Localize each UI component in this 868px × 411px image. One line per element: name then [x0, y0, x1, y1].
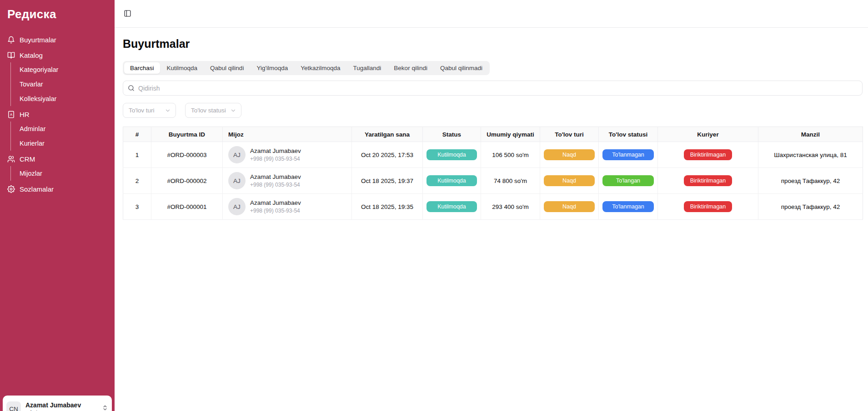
filters: To'lov turiTo'lov statusi — [123, 103, 863, 118]
users-icon — [7, 155, 15, 163]
cell-created: Oct 18 2025, 19:37 — [352, 168, 423, 194]
column-header-kuriyer: Kuriyer — [658, 127, 758, 142]
payment-status-badge: To'lanmagan — [602, 201, 654, 212]
sidebar-item-tovarlar[interactable]: Tovarlar — [20, 77, 109, 91]
cell-courier: Biriktirilmagan — [658, 168, 758, 194]
search-input[interactable] — [138, 85, 858, 92]
cell-payment-type: Naqd — [540, 168, 599, 194]
sidebar-sublist-crm: Mijozlar — [10, 166, 109, 181]
sidebar-item-buyurtmalar[interactable]: Buyurtmalar — [5, 32, 109, 47]
sidebar-nav: BuyurtmalarKatalogKategoriyalarTovarlarK… — [0, 32, 115, 196]
sidebar-item-crm[interactable]: CRM — [5, 152, 109, 166]
sidebar-item-kategoriyalar[interactable]: Kategoriyalar — [20, 62, 109, 77]
cell-index: 3 — [123, 194, 151, 220]
cell-payment-type: Naqd — [540, 142, 599, 168]
sidebar-item-hr[interactable]: AHR — [5, 107, 109, 122]
cell-order-id: #ORD-000003 — [151, 142, 223, 168]
tab-tugallandi[interactable]: Tugallandi — [347, 62, 387, 74]
cell-index: 2 — [123, 168, 151, 194]
tab-qabul-qilindi[interactable]: Qabul qilindi — [204, 62, 250, 74]
user-menu-button[interactable]: CN Azamat Jumabaev admin — [3, 396, 112, 411]
payment-type-badge: Naqd — [544, 149, 595, 160]
orders-table: #Buyurtma IDMijozYaratilgan sanaStatusUm… — [123, 127, 863, 220]
tab-qabul-qilinmadi[interactable]: Qabul qilinmadi — [434, 62, 488, 74]
sidebar-item-kurierlar[interactable]: Kurierlar — [20, 136, 109, 151]
cell-total: 106 500 so'm — [481, 142, 540, 168]
tab-barchasi[interactable]: Barchasi — [124, 62, 160, 74]
customer: AJAzamat Jumabaev+998 (99) 035-93-54 — [223, 146, 351, 163]
customer-phone: +998 (99) 035-93-54 — [250, 182, 301, 188]
tab-kutilmoqda[interactable]: Kutilmoqda — [161, 62, 204, 74]
courier-badge: Biriktirilmagan — [684, 201, 733, 212]
cell-address: Шахристанская улица, 81 — [758, 142, 863, 168]
tab-bekor-qilindi[interactable]: Bekor qilindi — [388, 62, 433, 74]
app-logo: Редиска — [0, 0, 115, 21]
column-header-buyurtma-id: Buyurtma ID — [151, 127, 223, 142]
column-header-to-lov-statusi: To'lov statusi — [599, 127, 658, 142]
column-header-to-lov-turi: To'lov turi — [540, 127, 599, 142]
cell-total: 293 400 so'm — [481, 194, 540, 220]
column-header-#: # — [123, 127, 151, 142]
sidebar-group-buyurtmalar: Buyurtmalar — [5, 32, 109, 47]
cell-courier: Biriktirilmagan — [658, 194, 758, 220]
customer-info: Azamat Jumabaev+998 (99) 035-93-54 — [250, 199, 301, 214]
order-row-#ord-000001[interactable]: 3#ORD-000001AJAzamat Jumabaev+998 (99) 0… — [123, 194, 863, 220]
sidebar-item-mijozlar[interactable]: Mijozlar — [20, 166, 109, 181]
content: Buyurtmalar BarchasiKutilmoqdaQabul qili… — [115, 37, 868, 220]
page-title: Buyurtmalar — [123, 37, 863, 51]
customer-phone: +998 (99) 035-93-54 — [250, 156, 301, 162]
status-badge: Kutilmoqda — [426, 175, 477, 186]
customer: AJAzamat Jumabaev+998 (99) 035-93-54 — [223, 172, 351, 189]
chevron-down-icon — [230, 107, 236, 114]
sidebar-sublist-hr: AdminlarKurierlar — [10, 122, 109, 151]
order-row-#ord-000003[interactable]: 1#ORD-000003AJAzamat Jumabaev+998 (99) 0… — [123, 142, 863, 168]
search-box — [123, 81, 863, 96]
sidebar-sublist-katalog: KategoriyalarTovarlarKolleksiyalar — [10, 62, 109, 106]
status-badge: Kutilmoqda — [426, 149, 477, 160]
column-header-umumiy-qiymati: Umumiy qiymati — [481, 127, 540, 142]
sidebar-item-label: Sozlamalar — [20, 185, 54, 193]
cell-order-id: #ORD-000002 — [151, 168, 223, 194]
search-icon — [128, 85, 135, 91]
cell-customer: AJAzamat Jumabaev+998 (99) 035-93-54 — [223, 142, 352, 168]
column-header-mijoz: Mijoz — [223, 127, 352, 142]
customer-avatar: AJ — [228, 146, 246, 163]
sidebar-item-label: Buyurtmalar — [20, 36, 56, 44]
panel-left-icon[interactable] — [123, 10, 132, 19]
user-role: admin — [25, 409, 97, 411]
sidebar-item-katalog[interactable]: Katalog — [5, 48, 109, 62]
column-header-status: Status — [423, 127, 481, 142]
courier-badge: Biriktirilmagan — [684, 149, 733, 160]
payment-status-badge: To'lanmagan — [602, 149, 654, 160]
sidebar-group-hr: AHRAdminlarKurierlar — [5, 107, 109, 151]
customer-name: Azamat Jumabaev — [250, 147, 301, 154]
customer-avatar: AJ — [228, 198, 246, 215]
cell-order-id: #ORD-000001 — [151, 194, 223, 220]
cell-address: проезд Тафаккур, 42 — [758, 168, 863, 194]
sidebar-group-katalog: KatalogKategoriyalarTovarlarKolleksiyala… — [5, 48, 109, 106]
cell-courier: Biriktirilmagan — [658, 142, 758, 168]
sidebar-item-kolleksiyalar[interactable]: Kolleksiyalar — [20, 91, 109, 106]
order-row-#ord-000002[interactable]: 2#ORD-000002AJAzamat Jumabaev+998 (99) 0… — [123, 168, 863, 194]
file-a-icon: A — [7, 111, 15, 118]
customer: AJAzamat Jumabaev+998 (99) 035-93-54 — [223, 198, 351, 215]
bell-icon — [7, 36, 15, 44]
cell-total: 74 800 so'm — [481, 168, 540, 194]
chevrons-up-down-icon — [102, 405, 108, 411]
courier-badge: Biriktirilmagan — [684, 175, 733, 186]
sidebar-item-adminlar[interactable]: Adminlar — [20, 122, 109, 136]
filter-label: To'lov statusi — [191, 107, 226, 114]
tab-yetkazilmoqda[interactable]: Yetkazilmoqda — [295, 62, 346, 74]
cell-created: Oct 18 2025, 19:35 — [352, 194, 423, 220]
filter-to-lov-statusi[interactable]: To'lov statusi — [185, 103, 241, 118]
sidebar-item-sozlamalar[interactable]: Sozlamalar — [5, 182, 109, 196]
column-header-manzil: Manzil — [758, 127, 863, 142]
tab-yig-ilmoqda[interactable]: Yig'ilmoqda — [251, 62, 294, 74]
order-status-tabs: BarchasiKutilmoqdaQabul qilindiYig'ilmoq… — [123, 61, 490, 75]
payment-status-badge: To'langan — [602, 175, 654, 186]
sidebar-group-sozlamalar: Sozlamalar — [5, 182, 109, 196]
filter-to-lov-turi[interactable]: To'lov turi — [123, 103, 176, 118]
gear-icon — [7, 185, 15, 193]
cell-customer: AJAzamat Jumabaev+998 (99) 035-93-54 — [223, 168, 352, 194]
cell-created: Oct 20 2025, 17:53 — [352, 142, 423, 168]
